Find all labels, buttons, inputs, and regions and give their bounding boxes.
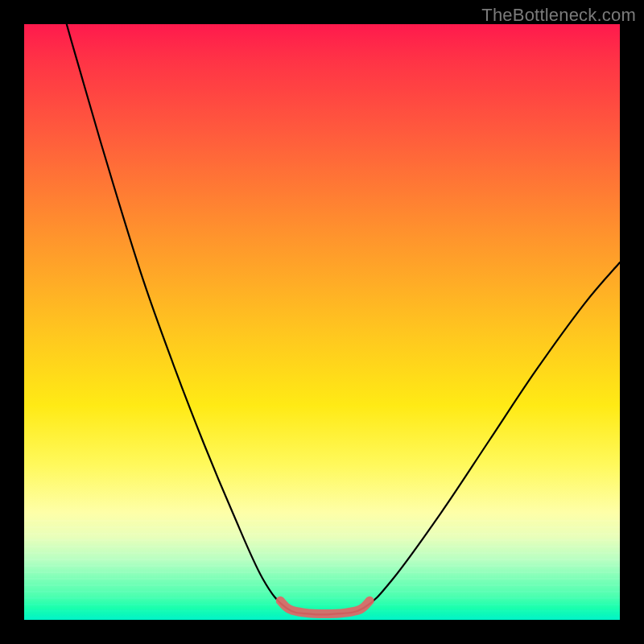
curve-layer <box>24 24 620 620</box>
bottleneck-curve <box>24 24 620 615</box>
optimal-plateau-marker <box>280 601 369 613</box>
watermark-text: TheBottleneck.com <box>481 5 636 26</box>
plot-area <box>24 24 620 620</box>
chart-frame: TheBottleneck.com <box>0 0 644 644</box>
